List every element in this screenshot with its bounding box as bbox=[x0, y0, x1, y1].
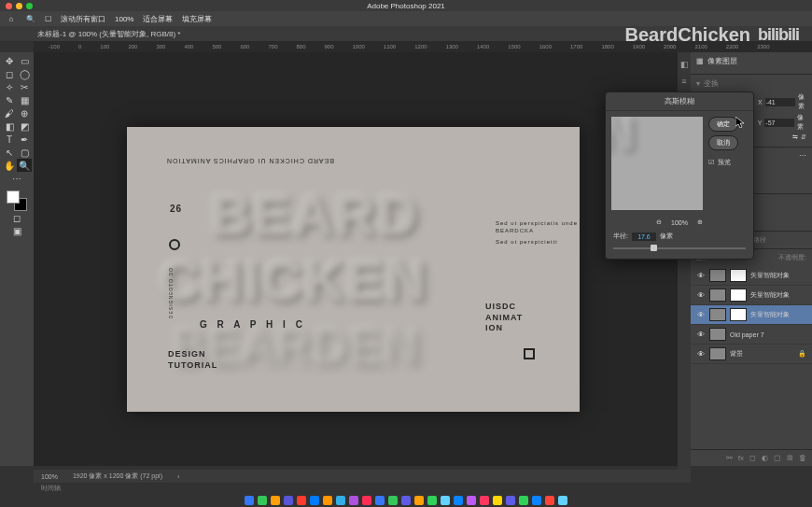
eraser-tool[interactable]: ◧ bbox=[2, 120, 17, 133]
dock-app-icon[interactable] bbox=[388, 496, 398, 505]
panel-icon-2[interactable]: ≡ bbox=[681, 77, 686, 86]
chevron-right-icon[interactable]: › bbox=[177, 473, 179, 480]
ok-button[interactable]: 确定 bbox=[708, 117, 738, 132]
dock-app-icon[interactable] bbox=[441, 496, 450, 505]
visibility-icon[interactable]: 👁 bbox=[696, 310, 706, 319]
shape-tool[interactable]: ▢ bbox=[17, 146, 32, 159]
x-input[interactable] bbox=[765, 98, 795, 106]
fx-icon[interactable]: fx bbox=[738, 454, 744, 462]
zoom-in-icon[interactable]: ⊕ bbox=[697, 218, 703, 226]
panel-icon-1[interactable]: ◧ bbox=[680, 60, 689, 69]
dock-app-icon[interactable] bbox=[532, 496, 541, 505]
quickmask-icon[interactable]: ◻ bbox=[9, 211, 24, 224]
zoom-tool[interactable]: 🔍 bbox=[17, 159, 32, 172]
visibility-icon[interactable]: 👁 bbox=[696, 290, 706, 300]
radius-slider[interactable] bbox=[613, 244, 746, 253]
artboard-tool[interactable]: ▭ bbox=[17, 54, 32, 67]
colors-panel-title: 像素图层 bbox=[707, 56, 737, 66]
layer-item[interactable]: 👁矢量智能对象 bbox=[691, 266, 812, 286]
dock-app-icon[interactable] bbox=[427, 496, 437, 505]
crop-tool[interactable]: ✂ bbox=[17, 80, 32, 93]
eyedropper-tool[interactable]: ✎ bbox=[2, 93, 17, 106]
dock-app-icon[interactable] bbox=[284, 496, 293, 505]
fill-screen-button[interactable]: 填充屏幕 bbox=[182, 14, 212, 24]
visibility-icon[interactable]: 👁 bbox=[696, 330, 706, 339]
adjustment-icon[interactable]: ◐ bbox=[762, 454, 768, 462]
dock-app-icon[interactable] bbox=[558, 496, 567, 505]
layer-tab[interactable]: 路径 bbox=[753, 235, 766, 245]
new-layer-icon[interactable]: ⊞ bbox=[787, 454, 793, 462]
dock-app-icon[interactable] bbox=[545, 496, 554, 505]
layer-item[interactable]: 👁矢量智能对象 bbox=[691, 305, 812, 325]
lock-icon[interactable]: 🔒 bbox=[798, 350, 806, 358]
hand-tool[interactable]: ✋ bbox=[2, 159, 17, 172]
visibility-icon[interactable]: 👁 bbox=[696, 349, 706, 359]
screenmode-icon[interactable]: ▣ bbox=[9, 224, 24, 237]
chevron-down-icon[interactable]: ▾ bbox=[696, 79, 700, 88]
dock-app-icon[interactable] bbox=[480, 496, 489, 505]
dock-app-icon[interactable] bbox=[401, 496, 411, 505]
close-window-icon[interactable] bbox=[6, 3, 12, 9]
move-tool[interactable]: ✥ bbox=[2, 54, 17, 67]
dock-app-icon[interactable] bbox=[336, 496, 345, 505]
dock-app-icon[interactable] bbox=[297, 496, 306, 505]
dock-app-icon[interactable] bbox=[362, 496, 371, 505]
wand-tool[interactable]: ✧ bbox=[2, 80, 17, 93]
brush-tool[interactable]: 🖌 bbox=[2, 106, 17, 120]
home-icon[interactable]: ⌂ bbox=[6, 13, 17, 24]
radius-input[interactable] bbox=[632, 232, 656, 241]
scroll-all-option[interactable]: 滚动所有窗口 bbox=[61, 14, 105, 24]
trash-icon[interactable]: 🗑 bbox=[799, 454, 806, 462]
layer-item[interactable]: 👁矢量智能对象 bbox=[691, 286, 812, 305]
blur-preview[interactable]: N bbox=[611, 117, 703, 210]
timeline-panel[interactable]: 时间轴 bbox=[34, 483, 691, 494]
dock-app-icon[interactable] bbox=[323, 496, 332, 505]
zoom-out-icon[interactable]: ⊖ bbox=[656, 218, 662, 226]
status-bar: 100% 1920 像素 x 1200 像素 (72 ppi) › bbox=[34, 470, 691, 483]
dock-app-icon[interactable] bbox=[310, 496, 319, 505]
flip-v-icon[interactable]: ⇵ bbox=[801, 134, 806, 141]
dock-app-icon[interactable] bbox=[519, 496, 528, 505]
marquee-tool[interactable]: ◻ bbox=[2, 67, 17, 80]
visibility-icon[interactable]: 👁 bbox=[696, 271, 706, 280]
y-input[interactable] bbox=[764, 119, 794, 127]
minimize-window-icon[interactable] bbox=[16, 3, 22, 9]
frame-tool[interactable]: ▦ bbox=[17, 93, 32, 106]
clone-tool[interactable]: ⊕ bbox=[17, 106, 32, 120]
layer-item[interactable]: 👁Old paper 7 bbox=[691, 325, 812, 345]
pen-tool[interactable]: ✒ bbox=[17, 133, 32, 146]
zoom-tool-icon[interactable]: 🔍 bbox=[26, 15, 35, 23]
path-tool[interactable]: ↖ bbox=[2, 146, 17, 159]
fit-screen-button[interactable]: 适合屏幕 bbox=[143, 14, 173, 24]
group-icon[interactable]: ▢ bbox=[774, 454, 781, 462]
status-zoom[interactable]: 100% bbox=[41, 473, 58, 480]
dock-app-icon[interactable] bbox=[258, 496, 267, 505]
mask-icon[interactable]: ◻ bbox=[749, 454, 756, 462]
foreground-color[interactable] bbox=[7, 190, 20, 204]
preview-checkbox[interactable]: ☑ bbox=[708, 159, 714, 166]
checkbox-icon[interactable]: ☐ bbox=[45, 15, 51, 23]
panel-menu-icon[interactable]: ⋯ bbox=[799, 151, 806, 160]
dock-app-icon[interactable] bbox=[375, 496, 385, 505]
flip-h-icon[interactable]: ⇋ bbox=[792, 134, 798, 141]
dock-app-icon[interactable] bbox=[493, 496, 502, 505]
link-layers-icon[interactable]: ⚯ bbox=[726, 454, 733, 462]
cancel-button[interactable]: 取消 bbox=[708, 135, 738, 150]
more-tools[interactable]: ⋯ bbox=[9, 172, 24, 185]
layer-item[interactable]: 👁背景🔒 bbox=[691, 345, 812, 364]
gradient-tool[interactable]: ◩ bbox=[17, 120, 32, 133]
dock-app-icon[interactable] bbox=[349, 496, 358, 505]
type-tool[interactable]: T bbox=[2, 133, 17, 146]
dock-app-icon[interactable] bbox=[467, 496, 476, 505]
dock-app-icon[interactable] bbox=[506, 496, 515, 505]
lasso-tool[interactable]: ◯ bbox=[17, 67, 32, 80]
dock-app-icon[interactable] bbox=[454, 496, 463, 505]
dock-app-icon[interactable] bbox=[271, 496, 280, 505]
circle-icon bbox=[169, 239, 180, 250]
dock-app-icon[interactable] bbox=[414, 496, 424, 505]
dock-app-icon[interactable] bbox=[245, 496, 254, 505]
canvas-area[interactable]: BEARD CHICKEN BEARDEN BEARD CHICKEN UI G… bbox=[34, 52, 691, 466]
maximize-window-icon[interactable] bbox=[26, 3, 33, 9]
color-swatch[interactable] bbox=[7, 190, 27, 211]
zoom-value[interactable]: 100% bbox=[115, 15, 133, 23]
